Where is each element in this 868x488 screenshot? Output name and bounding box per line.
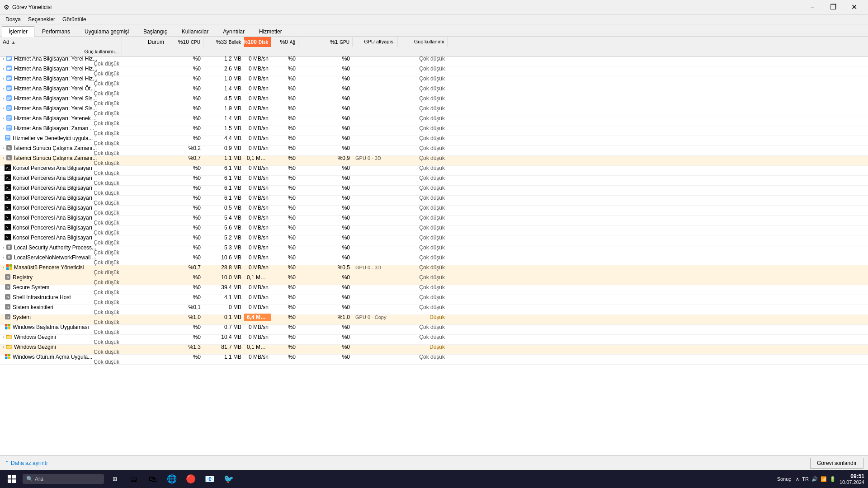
cell-power: Çok düşük [398,304,448,311]
cell-power: Çok düşük [398,244,448,251]
cell-status [122,138,167,139]
chevron-up-tray-icon[interactable]: ∧ [796,476,799,482]
col-header-power[interactable]: Güç kullanımı [398,37,448,47]
cell-gpu-engine [353,277,398,278]
tab-islemler[interactable]: İşlemler [2,26,34,37]
cell-gpu-engine [353,68,398,69]
cell-gpu: %0 [298,135,353,142]
col-header-disk[interactable]: %100Disk [244,37,271,47]
explorer-taskbar-item[interactable]: 🗂 [126,471,142,487]
col-header-gpu[interactable]: %1GPU [298,37,353,47]
menu-goruntule[interactable]: Görüntüle [59,15,90,23]
battery-icon[interactable]: 🔋 [830,476,836,482]
cell-memory: 28,8 MB [203,264,244,271]
cell-memory: 10,0 MB [203,274,244,281]
minimize-button[interactable]: − [802,0,823,14]
svg-rect-33 [6,136,9,137]
cell-cpu: %0 [167,75,203,82]
title-bar-controls: − ❐ ✕ [802,0,864,14]
cell-gpu-engine [353,357,398,357]
cell-memory: 5,4 MB [203,214,244,221]
cell-memory: 4,1 MB [203,294,244,301]
cell-cpu: %0 [167,284,203,291]
cell-power: Çok düşük [398,324,448,331]
cell-gpu: %0 [298,164,353,172]
col-header-status[interactable]: Durum [122,37,167,47]
col-header-power-trend[interactable]: Güç kullanımı... [0,47,122,56]
cell-status [122,227,167,228]
menu-secenekler[interactable]: Seçenekler [24,15,59,23]
col-header-gpu-engine[interactable]: GPU altyapısı [353,37,398,47]
network-icon[interactable]: 📶 [821,476,827,482]
cell-power: Çok düşük [398,294,448,301]
cell-status [122,237,167,238]
cell-network: %0 [271,194,298,202]
cell-disk: 0 MB/sn [244,324,271,331]
cell-power: Çok düşük [398,194,448,202]
restore-button[interactable]: ❐ [823,0,844,14]
start-button[interactable] [4,471,20,487]
menu-dosya[interactable]: Dosya [2,15,24,23]
cell-network: %0 [271,95,298,102]
edge-taskbar-item[interactable]: 🌐 [164,471,180,487]
cell-cpu: %1,0 [167,314,203,321]
svg-rect-10 [7,78,11,79]
cell-status [122,267,167,268]
system-tray-icons[interactable]: Sonuç [776,471,792,487]
cell-status [122,287,167,288]
taskbar-clock[interactable]: 09:51 10.07.2024 [840,473,864,485]
cell-disk: 0 MB/sn [244,254,271,261]
svg-rect-75 [8,324,11,327]
cell-disk: 0 MB/sn [244,115,271,122]
chrome-taskbar-item[interactable]: 🔴 [183,471,199,487]
cell-gpu-engine [353,347,398,347]
col-header-network[interactable]: %0Ağ [271,37,298,47]
svg-rect-9 [7,77,11,78]
search-label: Ara [35,476,43,482]
cell-status [122,58,167,59]
tab-baslangic[interactable]: Başlangıç [137,26,174,37]
cell-memory: 0,9 MB [203,145,244,152]
mail-taskbar-item[interactable]: 📧 [202,471,218,487]
svg-rect-74 [5,324,8,327]
cell-cpu: %0 [167,274,203,281]
cell-disk: 0 MB/sn [244,95,271,102]
end-task-button[interactable]: Görevi sonlandır [810,458,863,469]
cell-memory: 10,4 MB [203,333,244,341]
tab-kullanicilar[interactable]: Kullanıcılar [175,26,215,37]
cell-network: %0 [271,115,298,122]
cell-status [122,148,167,149]
cell-power: Düşük [398,343,448,351]
tab-uygulama-gecmisi[interactable]: Uygulama geçmişi [78,26,136,37]
cell-gpu: %0 [298,105,353,112]
tab-ayrintilar[interactable]: Ayrıntılar [216,26,251,37]
cell-disk: 0,1 MB/sn [244,343,271,351]
taskview-button[interactable]: ⊞ [107,471,123,487]
tab-hizmetler[interactable]: Hizmetler [252,26,289,37]
cell-gpu: %0 [298,204,353,211]
cell-status [122,78,167,79]
cell-memory: 0,7 MB [203,324,244,331]
taskbar-search[interactable]: 🔍 Ara [23,474,104,484]
chevron-up-icon: ⌃ [5,460,9,466]
tab-performans[interactable]: Performans [35,26,77,37]
col-header-cpu[interactable]: %10CPU [167,37,203,47]
cell-power: Çok düşük [398,204,448,211]
table-row[interactable]: Windows Oturum Açma Uygula... %0 1,1 MB … [0,355,868,365]
close-button[interactable]: ✕ [844,0,864,14]
cell-memory: 6,1 MB [203,164,244,172]
cell-power: Çok düşük [398,125,448,132]
cell-disk: 0 MB/sn [244,353,271,361]
col-header-memory[interactable]: %33Bellek [203,37,244,47]
taskbar: 🔍 Ara ⊞ 🗂 🛍 🌐 🔴 📧 🐦 Sonuç ∧ TR 🔊 📶 🔋 [0,470,868,488]
store-taskbar-item[interactable]: 🛍 [145,471,161,487]
cell-disk: 0 MB/sn [244,164,271,172]
col-header-name[interactable]: Ad ▲ [0,37,122,47]
cell-disk: 0 MB/sn [244,244,271,251]
cell-gpu-engine: GPU 0 - 3D [353,264,398,271]
volume-icon[interactable]: 🔊 [811,476,818,482]
more-details-link[interactable]: ⌃ Daha az ayrıntı [5,460,47,466]
cell-status [122,168,167,169]
svg-rect-91 [12,479,16,483]
media-taskbar-item[interactable]: 🐦 [221,471,237,487]
